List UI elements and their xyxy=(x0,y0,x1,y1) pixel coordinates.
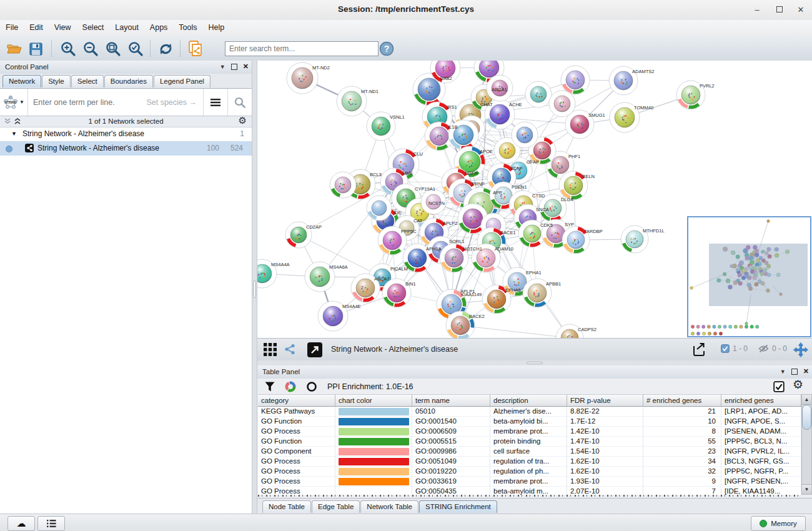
network-canvas[interactable]: MT-ND2MT-ND1VSNL1GAB2ADAMTS2PVRL2TOMM40S… xyxy=(257,61,812,338)
tab-style[interactable]: Style xyxy=(42,75,71,87)
string-search-button[interactable] xyxy=(227,89,252,116)
control-panel-header: Control Panel ▼ ✕ xyxy=(0,61,252,74)
splitter-grip[interactable] xyxy=(527,362,543,364)
table-vertical-scrollbar[interactable]: ▲ ▼ xyxy=(801,394,812,495)
table-row[interactable]: KEGG Pathways05010Alzheimer's dise...8.8… xyxy=(258,407,801,417)
network-selection-statusbar: 1 of 1 Network selected ⚙ xyxy=(0,116,252,127)
tab-edge-table[interactable]: Edge Table xyxy=(312,500,360,513)
column-header-FDR-p-value[interactable]: FDR p-value xyxy=(567,394,643,407)
pan-tool-button[interactable] xyxy=(793,342,808,357)
table-row[interactable]: GO ProcessGO:0019220regulation of ph...1… xyxy=(258,467,801,477)
filter-button[interactable] xyxy=(265,382,275,392)
tab-legend-panel[interactable]: Legend Panel xyxy=(154,75,210,87)
clone-network-button[interactable] xyxy=(186,39,205,58)
memory-button[interactable]: Memory xyxy=(751,516,806,531)
cloud-tasks-button[interactable]: ☁ xyxy=(7,516,35,531)
tab-boundaries[interactable]: Boundaries xyxy=(104,75,153,87)
svg-text:PHF1: PHF1 xyxy=(568,154,580,159)
clipped-row-strip xyxy=(258,495,801,497)
cell-category: GO Process xyxy=(258,427,335,437)
menu-layout[interactable]: Layout xyxy=(109,20,144,36)
enrichment-table[interactable]: KEGG Pathways05010Alzheimer's dise...8.8… xyxy=(258,407,801,495)
column-header-description[interactable]: description xyxy=(490,394,567,407)
table-row[interactable]: GO ProcessGO:0006509membrane prot...1.42… xyxy=(258,427,801,437)
save-session-button[interactable] xyxy=(26,39,45,58)
tab-select[interactable]: Select xyxy=(71,75,104,87)
svg-text:PRNP: PRNP xyxy=(472,181,485,187)
column-header-enriched-genes[interactable]: enriched genes xyxy=(721,394,801,407)
column-header-category[interactable]: category xyxy=(258,394,335,407)
network-options-gear-icon[interactable]: ⚙ xyxy=(239,116,247,125)
minimize-button[interactable]: – xyxy=(750,4,765,16)
menu-help[interactable]: Help xyxy=(203,20,230,36)
network-badge-button[interactable] xyxy=(284,343,296,355)
tab-string-enrichment[interactable]: STRING Enrichment xyxy=(419,500,497,513)
chart-color-swatch xyxy=(339,458,409,465)
refresh-button[interactable] xyxy=(156,39,175,58)
cell-enriched-genes: [IDE, KIAA1149... xyxy=(721,487,801,495)
zoom-in-button[interactable] xyxy=(59,39,77,58)
tab-network-table[interactable]: Network Table xyxy=(360,500,418,513)
svg-text:BIN1: BIN1 xyxy=(405,281,416,287)
settings-gear-icon[interactable]: ⚙ xyxy=(793,380,803,389)
scroll-down-button[interactable]: ▼ xyxy=(802,484,811,494)
help-button[interactable]: ? xyxy=(377,39,396,58)
table-row[interactable]: GO FunctionGO:0005515protein binding1.47… xyxy=(258,437,801,447)
menu-file[interactable]: File xyxy=(0,20,24,36)
panel-collapse-icon[interactable]: ▼ xyxy=(780,369,786,375)
menu-tools[interactable]: Tools xyxy=(173,20,202,36)
draw-charts-button[interactable] xyxy=(285,381,296,392)
panel-close-icon[interactable]: ✕ xyxy=(243,62,249,71)
svg-text:APOE: APOE xyxy=(480,149,493,154)
panel-collapse-icon[interactable]: ▼ xyxy=(220,64,225,70)
column-header-term-name[interactable]: term name xyxy=(412,394,490,407)
menu-select[interactable]: Select xyxy=(77,20,110,36)
scrollbar-thumb[interactable] xyxy=(802,405,811,430)
table-row[interactable]: GO ProcessGO:0050435beta-amyloid m...2.0… xyxy=(258,487,801,495)
reset-charts-button[interactable] xyxy=(306,381,317,392)
svg-text:NOTCH1: NOTCH1 xyxy=(463,246,482,252)
tab-network[interactable]: Network xyxy=(2,75,41,87)
panel-float-icon[interactable] xyxy=(231,64,237,70)
menu-apps[interactable]: Apps xyxy=(144,20,174,36)
close-button[interactable]: ✕ xyxy=(793,4,808,16)
select-columns-button[interactable] xyxy=(773,381,785,392)
cell-term-name: GO:0005515 xyxy=(412,437,490,447)
birdseye-view[interactable] xyxy=(687,216,811,337)
open-session-button[interactable] xyxy=(5,39,24,58)
panel-close-icon[interactable]: ✕ xyxy=(803,367,809,375)
column-header--enriched-genes[interactable]: # enriched genes xyxy=(643,394,721,407)
table-row[interactable]: GO ProcessGO:0051049regulation of tra...… xyxy=(258,457,801,467)
network-row-selected[interactable]: String Network - Alzheimer's disease 100… xyxy=(0,141,252,156)
panel-float-icon[interactable] xyxy=(791,369,798,375)
network-collection-row[interactable]: ▼ String Network - Alzheimer's disease 1 xyxy=(0,127,252,141)
maximize-button[interactable] xyxy=(772,4,787,16)
detach-view-button[interactable] xyxy=(307,342,322,357)
zoom-selected-button[interactable] xyxy=(126,39,145,58)
column-header-chart-color[interactable]: chart color xyxy=(335,394,412,407)
tab-node-table[interactable]: Node Table xyxy=(262,500,311,513)
table-row[interactable]: GO ComponentGO:0009986cell surface1.54E-… xyxy=(258,447,801,457)
tree-expand-caret-icon[interactable]: ▼ xyxy=(11,131,17,137)
horizontal-splitter[interactable] xyxy=(257,360,812,365)
eye-slash-icon[interactable] xyxy=(758,344,769,353)
set-species-hint[interactable]: Set species → xyxy=(146,89,203,116)
table-row[interactable]: GO ProcessGO:0033619membrane prot...1.93… xyxy=(258,477,801,487)
zoom-out-button[interactable] xyxy=(81,39,100,58)
menu-view[interactable]: View xyxy=(49,20,77,36)
grid-view-button[interactable] xyxy=(264,343,277,356)
checkbox-icon[interactable] xyxy=(721,344,730,353)
vertical-splitter[interactable] xyxy=(252,61,257,514)
table-row[interactable]: GO FunctionGO:0001540beta-amyloid bi...1… xyxy=(258,417,801,427)
global-search-input[interactable] xyxy=(225,41,379,56)
string-options-button[interactable] xyxy=(203,89,227,116)
export-network-button[interactable] xyxy=(691,342,707,357)
zoom-fit-button[interactable] xyxy=(104,39,122,58)
string-term-input[interactable] xyxy=(28,89,146,116)
enrichment-table-header[interactable]: categorychart colorterm namedescriptionF… xyxy=(258,394,801,407)
splitter-grip[interactable] xyxy=(253,280,256,298)
string-protein-query-dropdown[interactable]: STRING ▼ xyxy=(0,89,28,116)
menu-edit[interactable]: Edit xyxy=(24,20,49,36)
scroll-up-button[interactable]: ▲ xyxy=(802,395,811,405)
task-history-button[interactable] xyxy=(37,516,65,531)
